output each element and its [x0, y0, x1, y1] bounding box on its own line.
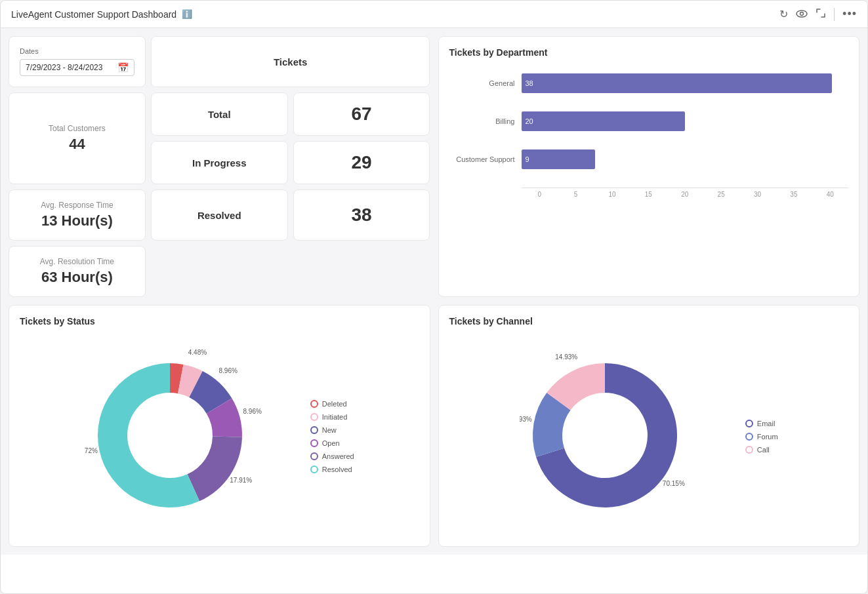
- bar-label: General: [449, 79, 522, 87]
- date-value: 7/29/2023 - 8/24/2023: [26, 63, 117, 72]
- legend-item: Call: [745, 446, 778, 454]
- avg-response-card: Avg. Response Time 13 Hour(s): [9, 189, 146, 241]
- title-divider: [834, 8, 835, 21]
- status-chart-title: Tickets by Status: [20, 316, 419, 327]
- bar-label: Customer Support: [449, 155, 522, 163]
- legend-item: Resolved: [310, 465, 354, 473]
- svg-point-0: [796, 10, 807, 17]
- legend-item: New: [310, 426, 354, 434]
- total-label: Total: [208, 109, 231, 120]
- bar-wrapper: 20: [522, 111, 849, 131]
- bar-label: Billing: [449, 117, 522, 125]
- donut-segment: [187, 437, 241, 502]
- avg-response-value: 13 Hour(s): [41, 212, 113, 229]
- donut-label: 70.15%: [663, 480, 685, 487]
- bar: 38: [522, 73, 833, 93]
- x-tick: 20: [667, 188, 703, 198]
- status-legend: DeletedInitiatedNewOpenAnsweredResolved: [310, 400, 354, 473]
- legend-dot: [310, 400, 318, 408]
- expand-icon[interactable]: [816, 8, 826, 21]
- app-title: LiveAgent Customer Support Dashboard: [11, 9, 176, 20]
- total-label-card: Total: [151, 92, 288, 136]
- legend-label: Email: [757, 420, 775, 427]
- legend-item: Initiated: [310, 413, 354, 421]
- channel-legend: EmailForumCall: [745, 420, 778, 454]
- legend-dot: [310, 452, 318, 460]
- total-customers-label: Total Customers: [49, 124, 106, 133]
- legend-label: New: [322, 426, 337, 434]
- x-tick: 0: [522, 188, 558, 198]
- donut-label: 56.72%: [85, 447, 98, 454]
- tickets-by-status-panel: Tickets by Status 4.48%8.96%8.96%17.91%5…: [9, 305, 430, 547]
- more-button[interactable]: •••: [842, 7, 857, 21]
- dates-card: Dates 7/29/2023 - 8/24/2023 📅: [9, 36, 146, 87]
- refresh-icon[interactable]: ↻: [779, 8, 788, 20]
- bar-value: 38: [526, 79, 533, 87]
- donut-label: 14.93%: [520, 416, 532, 423]
- total-value-card: 67: [293, 92, 430, 136]
- in-progress-value-card: 29: [293, 141, 430, 184]
- legend-dot: [745, 446, 753, 454]
- legend-label: Forum: [757, 433, 778, 441]
- x-tick: 5: [558, 188, 594, 198]
- x-tick: 40: [812, 188, 848, 198]
- tickets-header-label: Tickets: [274, 56, 307, 68]
- bar-value: 20: [526, 117, 533, 125]
- legend-item: Open: [310, 439, 354, 447]
- info-icon[interactable]: ℹ️: [182, 9, 192, 19]
- x-tick: 25: [703, 188, 739, 198]
- total-customers-card: Total Customers 44: [9, 92, 146, 184]
- channel-chart-title: Tickets by Channel: [449, 316, 849, 327]
- resolved-label: Resolved: [197, 210, 241, 221]
- total-value: 67: [351, 104, 371, 125]
- status-donut-container: 4.48%8.96%8.96%17.91%56.72% DeletedIniti…: [20, 337, 419, 536]
- legend-dot: [310, 426, 318, 434]
- total-customers-value: 44: [69, 136, 85, 153]
- tickets-by-dept-panel: Tickets by Department General 38 Billing…: [438, 36, 860, 297]
- in-progress-label: In Progress: [192, 157, 247, 168]
- x-tick: 10: [594, 188, 630, 198]
- avg-resolution-card: Avg. Resolution Time 63 Hour(s): [9, 246, 146, 297]
- view-icon[interactable]: [796, 9, 808, 20]
- svg-point-1: [800, 12, 804, 15]
- bar: 9: [522, 149, 595, 169]
- resolved-value: 38: [351, 205, 371, 226]
- resolved-value-card: 38: [293, 189, 430, 241]
- legend-label: Resolved: [322, 465, 352, 473]
- donut-label: 17.91%: [230, 477, 252, 484]
- dashboard-main: Dates 7/29/2023 - 8/24/2023 📅 Tickets To…: [1, 28, 867, 555]
- bar-chart: General 38 Billing 20 Customer Support 9…: [449, 68, 849, 203]
- legend-label: Initiated: [322, 413, 348, 421]
- x-axis: 0510152025303540: [522, 188, 849, 198]
- legend-dot: [310, 465, 318, 473]
- legend-label: Call: [757, 446, 770, 454]
- calendar-icon: 📅: [117, 62, 129, 73]
- resolved-label-card: Resolved: [151, 189, 288, 241]
- donut-label: 8.96%: [243, 408, 261, 415]
- legend-item: Deleted: [310, 400, 354, 408]
- legend-item: Forum: [745, 433, 778, 441]
- legend-label: Answered: [322, 452, 354, 460]
- dates-label: Dates: [20, 47, 134, 55]
- in-progress-label-card: In Progress: [151, 141, 288, 184]
- date-input[interactable]: 7/29/2023 - 8/24/2023 📅: [20, 59, 134, 76]
- status-donut-svg: 4.48%8.96%8.96%17.91%56.72%: [85, 337, 295, 536]
- avg-resolution-value: 63 Hour(s): [41, 269, 113, 286]
- legend-label: Deleted: [322, 400, 347, 408]
- avg-resolution-label: Avg. Resolution Time: [40, 257, 114, 266]
- tickets-header-card: Tickets: [151, 36, 430, 87]
- bar-value: 9: [526, 155, 529, 163]
- legend-item: Email: [745, 420, 778, 427]
- legend-item: Answered: [310, 452, 354, 460]
- stats-panel: Dates 7/29/2023 - 8/24/2023 📅 Tickets To…: [9, 36, 430, 297]
- title-bar: LiveAgent Customer Support Dashboard ℹ️ …: [1, 1, 867, 28]
- donut-label: 4.48%: [188, 349, 207, 356]
- legend-dot: [310, 413, 318, 421]
- x-tick: 30: [739, 188, 775, 198]
- bar-row: General 38: [449, 73, 849, 93]
- legend-label: Open: [322, 439, 340, 447]
- bar-row: Customer Support 9: [449, 149, 849, 169]
- dept-chart-title: Tickets by Department: [449, 47, 849, 58]
- channel-donut-container: 70.15%14.93%14.93% EmailForumCall: [449, 337, 849, 536]
- legend-dot: [745, 420, 753, 427]
